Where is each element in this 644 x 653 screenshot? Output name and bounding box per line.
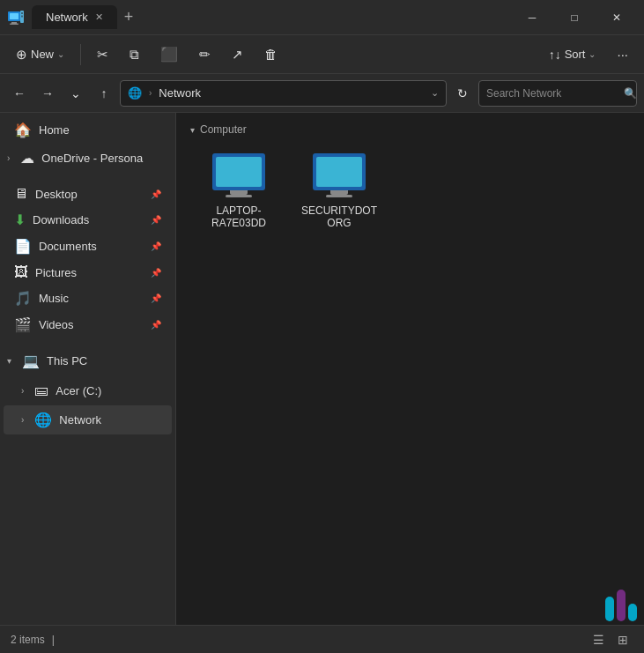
sidebar-item-network[interactable]: 🌐 Network (27, 407, 168, 433)
sidebar-item-label: This PC (47, 354, 161, 367)
expand-arrow-icon[interactable]: › (7, 153, 10, 163)
svg-rect-6 (21, 15, 23, 17)
pictures-icon: 🖼 (14, 264, 28, 280)
desktop-icon: 🖥 (14, 186, 28, 202)
sidebar-item-desktop[interactable]: 🖥 Desktop 📌 (4, 182, 172, 206)
music-icon: 🎵 (14, 290, 32, 307)
up-button[interactable]: ↑ (92, 81, 116, 106)
rename-button[interactable]: ✏ (190, 41, 219, 69)
expand-arrow-icon[interactable]: › (21, 415, 24, 425)
home-icon: 🏠 (14, 122, 32, 138)
list-view-button[interactable]: ☰ (588, 629, 609, 650)
thispc-icon: 💻 (22, 352, 40, 369)
close-button[interactable]: ✕ (596, 4, 637, 32)
expand-arrow-icon[interactable]: › (21, 386, 24, 396)
new-chevron-icon: ⌄ (57, 49, 64, 59)
file-name: SECURITYDOTORG (298, 204, 381, 229)
expand-arrow-icon[interactable]: ▾ (7, 356, 11, 366)
pin-icon: 📌 (151, 241, 161, 251)
monitor-body (212, 153, 265, 190)
sidebar-item-documents[interactable]: 📄 Documents 📌 (4, 234, 172, 259)
computer-icon (311, 153, 367, 199)
more-options-button[interactable]: ··· (608, 41, 637, 69)
monitor-base (226, 195, 252, 197)
sidebar-spacer-2 (0, 338, 175, 345)
window-controls: ─ □ ✕ (512, 4, 637, 32)
paste-button[interactable]: ⬛ (152, 41, 187, 69)
cortana-bar-1 (605, 597, 614, 621)
file-item[interactable]: LAPTOP-RA7E03DD (190, 146, 287, 236)
cortana-bar-3 (628, 604, 637, 621)
paste-icon: ⬛ (160, 46, 178, 63)
main-layout: 🏠 Home › ☁ OneDrive - Persona 🖥 Desktop … (0, 113, 644, 625)
sidebar-item-acer-c[interactable]: 🖴 Acer (C:) (27, 378, 168, 403)
item-count: 2 items (11, 634, 45, 646)
tab-close-button[interactable]: ✕ (95, 11, 103, 23)
share-icon: ↗ (232, 47, 243, 63)
copy-icon: ⧉ (130, 47, 139, 63)
sidebar-item-pictures[interactable]: 🖼 Pictures 📌 (4, 260, 172, 285)
location-icon: 🌐 (128, 86, 142, 100)
refresh-icon: ↻ (457, 86, 468, 100)
address-bar: ← → ⌄ ↑ 🌐 › Network ⌄ ↻ 🔍 (0, 74, 644, 113)
copy-button[interactable]: ⧉ (121, 41, 148, 69)
content-area: ▾ Computer LAPTOP-RA7E03DD (176, 113, 644, 625)
toolbar: ⊕ New ⌄ ✂ ⧉ ⬛ ✏ ↗ 🗑 ↑↓ Sort ⌄ ··· (0, 35, 644, 74)
maximize-button[interactable]: □ (554, 4, 595, 32)
sidebar-item-label: Home (39, 123, 161, 137)
address-input[interactable]: 🌐 › Network ⌄ (120, 80, 447, 107)
sidebar-item-label: Desktop (35, 188, 144, 201)
network-icon: 🌐 (34, 412, 52, 428)
file-name: LAPTOP-RA7E03DD (197, 204, 280, 229)
documents-icon: 📄 (14, 238, 32, 255)
app-icon (7, 9, 25, 26)
sidebar-item-onedrive[interactable]: ☁ OneDrive - Persona (13, 145, 168, 171)
refresh-button[interactable]: ↻ (450, 81, 475, 106)
forward-button[interactable]: → (35, 81, 60, 106)
sort-icon: ↑↓ (549, 48, 561, 62)
address-text: Network (159, 86, 426, 100)
grid-view-button[interactable]: ⊞ (612, 629, 633, 650)
cut-icon: ✂ (97, 47, 108, 63)
status-bar: 2 items | ☰ ⊞ (0, 625, 644, 653)
sidebar-item-label: OneDrive - Persona (41, 152, 161, 165)
share-button[interactable]: ↗ (223, 41, 252, 69)
sidebar-item-downloads[interactable]: ⬇ Downloads 📌 (4, 207, 172, 233)
back-button[interactable]: ← (7, 81, 32, 106)
pin-icon: 📌 (151, 189, 161, 199)
videos-icon: 🎬 (14, 316, 32, 333)
toolbar-separator-1 (80, 44, 81, 65)
delete-button[interactable]: 🗑 (255, 41, 286, 69)
sidebar-onedrive-row: › ☁ OneDrive - Persona (4, 144, 172, 173)
new-tab-button[interactable]: + (117, 8, 141, 26)
back-icon: ← (13, 86, 26, 100)
section-header: ▾ Computer (183, 120, 637, 139)
file-explorer-window: Network ✕ + ─ □ ✕ ⊕ New ⌄ ✂ ⧉ ⬛ ✏ (0, 0, 644, 653)
rename-icon: ✏ (199, 47, 211, 63)
sidebar-item-label: Network (59, 413, 161, 427)
sidebar-network-row[interactable]: › 🌐 Network (4, 405, 172, 434)
active-tab[interactable]: Network ✕ (32, 5, 117, 29)
sidebar-item-videos[interactable]: 🎬 Videos 📌 (4, 312, 172, 338)
file-grid: LAPTOP-RA7E03DD SECURITYDOTORG (183, 143, 637, 240)
recent-locations-button[interactable]: ⌄ (63, 81, 88, 106)
sidebar-item-this-pc[interactable]: 💻 This PC (15, 348, 168, 374)
sidebar-item-label: Downloads (33, 213, 144, 226)
sidebar-item-music[interactable]: 🎵 Music 📌 (4, 286, 172, 311)
sidebar-item-label: Acer (C:) (56, 384, 161, 397)
view-controls: ☰ ⊞ (588, 629, 633, 650)
pin-icon: 📌 (151, 215, 161, 225)
more-icon: ··· (617, 47, 628, 62)
new-button[interactable]: ⊕ New ⌄ (7, 41, 73, 69)
sort-button[interactable]: ↑↓ Sort ⌄ (540, 41, 605, 69)
search-box[interactable]: 🔍 (478, 80, 637, 107)
sidebar-item-home[interactable]: 🏠 Home (4, 117, 172, 143)
sidebar-item-label: Videos (39, 318, 144, 331)
delete-icon: 🗑 (264, 47, 278, 62)
file-item[interactable]: SECURITYDOTORG (291, 146, 388, 236)
sidebar-acerc-row: › 🖴 Acer (C:) (4, 376, 172, 404)
pin-icon: 📌 (151, 268, 161, 278)
minimize-button[interactable]: ─ (512, 4, 552, 32)
cut-button[interactable]: ✂ (88, 41, 117, 69)
search-input[interactable] (486, 87, 618, 100)
